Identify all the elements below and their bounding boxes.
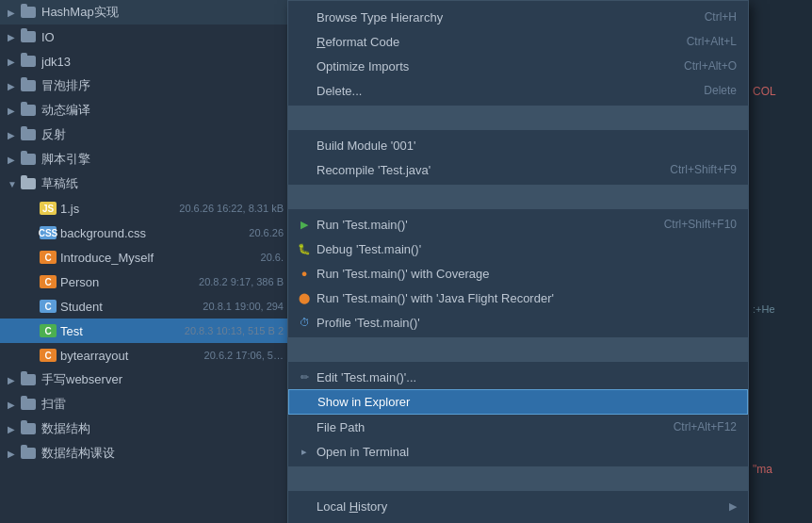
context-menu: Browse Type HierarchyCtrl+HReformat Code… xyxy=(287,0,749,523)
tree-label-webserver: 手写webserver xyxy=(41,371,284,388)
menu-separator-sep4 xyxy=(288,466,748,491)
tree-meta-person: 20.8.2 9:17, 386 B xyxy=(199,276,284,287)
tree-label-draft: 草稿纸 xyxy=(41,175,284,192)
tree-arrow-io: ▶ xyxy=(8,32,21,42)
menu-item-debug[interactable]: 🐛Debug 'Test.main()' xyxy=(288,237,748,261)
tree-arrow-dynamic: ▶ xyxy=(8,106,21,116)
tree-item-intro[interactable]: CIntroduce_Myself20.6. xyxy=(0,245,287,270)
menu-icon-run: ▶ xyxy=(296,216,313,233)
folder-icon-reflect xyxy=(21,128,38,141)
menu-shortcut-delete: Delete xyxy=(704,84,737,97)
js-file-icon-js1: JS xyxy=(40,202,57,215)
menu-item-edit[interactable]: ✏Edit 'Test.main()'... xyxy=(288,365,748,389)
tree-label-datastr2: 数据结构课设 xyxy=(41,445,284,462)
menu-icon-open-terminal: ▸ xyxy=(296,443,313,460)
tree-label-hashmap: HashMap实现 xyxy=(41,4,284,21)
tree-label-person: Person xyxy=(60,275,195,289)
tree-label-io: IO xyxy=(41,30,284,44)
menu-icon-run-coverage: ● xyxy=(296,265,313,282)
menu-item-browse-hierarchy[interactable]: Browse Type HierarchyCtrl+H xyxy=(288,5,748,29)
tree-item-datastr2[interactable]: ▶数据结构课设 xyxy=(0,441,287,466)
tree-item-bytearray[interactable]: Cbytearrayout20.6.2 17:06, 5… xyxy=(0,343,287,368)
tree-item-bgcss[interactable]: CSSbackground.css20.6.26 xyxy=(0,221,287,245)
menu-label-run: Run 'Test.main()' xyxy=(317,218,408,232)
menu-label-optimize-imports: Optimize Imports xyxy=(317,59,409,74)
menu-item-build-module[interactable]: Build Module '001' xyxy=(288,133,748,157)
menu-label-build-module: Build Module '001' xyxy=(317,139,415,153)
tree-label-js1: 1.js xyxy=(60,202,175,216)
tree-label-jdk13: jdk13 xyxy=(41,55,284,69)
menu-label-recompile: Recompile 'Test.java' xyxy=(317,163,430,177)
menu-label-browse-hierarchy: Browse Type Hierarchy xyxy=(317,10,443,25)
menu-item-run[interactable]: ▶Run 'Test.main()'Ctrl+Shift+F10 xyxy=(288,212,748,237)
menu-item-show-explorer[interactable]: Show in Explorer xyxy=(288,389,748,415)
tree-item-reflect[interactable]: ▶反射 xyxy=(0,123,287,147)
tree-item-draft[interactable]: ▼草稿纸 xyxy=(0,172,287,196)
tree-item-datastr[interactable]: ▶数据结构 xyxy=(0,417,287,441)
menu-item-delete[interactable]: Delete...Delete xyxy=(288,78,748,103)
tree-item-jdk13[interactable]: ▶jdk13 xyxy=(0,49,287,74)
tree-item-dynamic[interactable]: ▶动态编译 xyxy=(0,98,287,123)
c-file-icon-intro: C xyxy=(40,251,57,264)
tree-meta-intro: 20.6. xyxy=(261,252,284,263)
tree-item-person[interactable]: CPerson20.8.2 9:17, 386 B xyxy=(0,270,287,294)
tree-meta-bgcss: 20.6.26 xyxy=(249,227,284,238)
tree-arrow-bubble: ▶ xyxy=(8,81,21,91)
code-area-hint: COL :+He "ma xyxy=(749,0,812,523)
tree-label-datastr: 数据结构 xyxy=(41,420,284,437)
menu-item-run-coverage[interactable]: ●Run 'Test.main()' with Coverage xyxy=(288,261,748,286)
tree-item-webserver[interactable]: ▶手写webserver xyxy=(0,368,287,392)
menu-label-edit: Edit 'Test.main()'... xyxy=(317,370,416,384)
tree-item-hashmap[interactable]: ▶HashMap实现 xyxy=(0,0,287,25)
menu-icon-debug: 🐛 xyxy=(296,240,313,257)
folder-icon-hashmap xyxy=(21,6,38,19)
menu-shortcut-run: Ctrl+Shift+F10 xyxy=(664,218,737,231)
folder-icon-jdk13 xyxy=(21,55,38,68)
tree-arrow-webserver: ▶ xyxy=(8,375,21,385)
tree-item-bubble[interactable]: ▶冒泡排序 xyxy=(0,74,287,98)
menu-shortcut-reformat: Ctrl+Alt+L xyxy=(687,35,737,48)
menu-item-profile[interactable]: ⏱Profile 'Test.main()' xyxy=(288,310,748,335)
tree-meta-test: 20.8.3 10:13, 515 B 2 xyxy=(185,325,284,336)
tree-label-dynamic: 动态编译 xyxy=(41,102,284,119)
folder-icon-script xyxy=(21,153,38,166)
menu-item-run-recorder[interactable]: ⬤Run 'Test.main()' with 'Java Flight Rec… xyxy=(288,286,748,310)
menu-shortcut-recompile: Ctrl+Shift+F9 xyxy=(670,163,737,176)
menu-separator-sep2 xyxy=(288,185,748,209)
c-file-icon-bytearray: C xyxy=(40,349,57,362)
tree-arrow-jdk13: ▶ xyxy=(8,57,21,67)
menu-item-recompile[interactable]: Recompile 'Test.java'Ctrl+Shift+F9 xyxy=(288,157,748,182)
menu-label-delete: Delete... xyxy=(317,84,362,98)
folder-icon-datastr xyxy=(21,422,38,435)
c-file-icon-student: C xyxy=(40,300,57,313)
tree-label-intro: Introduce_Myself xyxy=(60,251,257,265)
folder-icon-minesweep xyxy=(21,398,38,411)
tree-item-script[interactable]: ▶脚本引擎 xyxy=(0,147,287,172)
menu-separator-sep3 xyxy=(288,337,748,362)
tree-arrow-hashmap: ▶ xyxy=(8,8,21,18)
folder-icon-dynamic xyxy=(21,104,38,117)
c-file-icon-test: C xyxy=(40,324,57,337)
tree-item-student[interactable]: CStudent20.8.1 19:00, 294 xyxy=(0,294,287,319)
tree-meta-js1: 20.6.26 16:22, 8.31 kB xyxy=(179,203,284,214)
menu-item-open-terminal[interactable]: ▸Open in Terminal xyxy=(288,439,748,464)
menu-item-reformat[interactable]: Reformat CodeCtrl+Alt+L xyxy=(288,29,748,54)
tree-arrow-minesweep: ▶ xyxy=(8,400,21,410)
tree-label-student: Student xyxy=(60,300,199,314)
folder-icon-webserver xyxy=(21,373,38,386)
menu-item-file-path[interactable]: File PathCtrl+Alt+F12 xyxy=(288,415,748,439)
menu-item-optimize-imports[interactable]: Optimize ImportsCtrl+Alt+O xyxy=(288,54,748,78)
code-bottom-hint: "ma xyxy=(753,463,808,476)
tree-meta-bytearray: 20.6.2 17:06, 5… xyxy=(204,350,284,361)
menu-shortcut-browse-hierarchy: Ctrl+H xyxy=(705,10,737,24)
folder-icon-draft xyxy=(21,177,38,190)
menu-label-profile: Profile 'Test.main()' xyxy=(317,316,420,330)
tree-item-minesweep[interactable]: ▶扫雷 xyxy=(0,392,287,417)
tree-label-reflect: 反射 xyxy=(41,126,284,143)
menu-item-local-history[interactable]: Local History▶ xyxy=(288,494,748,518)
tree-item-js1[interactable]: JS1.js20.6.26 16:22, 8.31 kB xyxy=(0,196,287,221)
menu-item-reload[interactable]: ↻Reload from Disk xyxy=(288,518,748,523)
tree-meta-student: 20.8.1 19:00, 294 xyxy=(203,301,284,312)
tree-item-test[interactable]: CTest20.8.3 10:13, 515 B 2 xyxy=(0,319,287,343)
tree-item-io[interactable]: ▶IO xyxy=(0,25,287,49)
